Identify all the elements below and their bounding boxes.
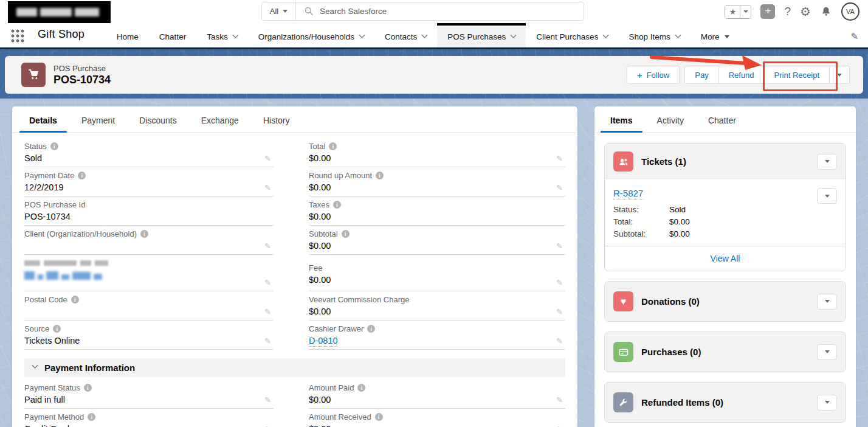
avatar-initials: VA <box>846 8 855 15</box>
search-input[interactable] <box>320 7 584 16</box>
info-icon[interactable]: i <box>84 384 92 392</box>
global-actions-icon[interactable]: + <box>760 4 775 19</box>
edit-pencil-icon[interactable]: ✎ <box>264 395 271 404</box>
info-icon[interactable]: i <box>367 325 375 333</box>
edit-pencil-icon[interactable]: ✎ <box>264 154 271 163</box>
view-all-link[interactable]: View All <box>711 254 740 263</box>
nav-tab-pos-purchases[interactable]: POS Purchases <box>437 23 526 47</box>
tickets-people-icon <box>613 151 633 172</box>
edit-pencil-icon[interactable]: ✎ <box>264 336 271 345</box>
refunded-items-actions-dropdown[interactable] <box>817 395 837 411</box>
company-logo <box>8 1 111 23</box>
nav-tab-client-purchases[interactable]: Client Purchases <box>526 23 618 47</box>
tab-exchange[interactable]: Exchange <box>189 106 251 133</box>
tab-items[interactable]: Items <box>598 106 645 133</box>
favorite-star-icon[interactable]: ★ <box>725 5 740 18</box>
donations-actions-dropdown[interactable] <box>817 294 837 310</box>
info-icon[interactable]: i <box>53 325 61 333</box>
search-scope-selector[interactable]: All <box>262 2 296 20</box>
donations-header[interactable]: ♥ Donations (0) <box>605 282 846 321</box>
tab-history[interactable]: History <box>251 106 302 133</box>
notifications-bell-icon[interactable] <box>820 5 832 18</box>
ticket-subtotal-label: Subtotal: <box>613 229 669 238</box>
refunded-items-wrench-icon <box>613 392 633 412</box>
refunded-items-header[interactable]: Refunded Items (0) <box>605 383 846 422</box>
pay-button[interactable]: Pay <box>685 66 718 83</box>
info-icon[interactable]: i <box>140 230 148 238</box>
redacted-link-value[interactable] <box>24 271 274 285</box>
edit-pencil-icon[interactable]: ✎ <box>264 307 271 316</box>
info-icon[interactable]: i <box>88 413 95 421</box>
nav-tab-more[interactable]: More <box>691 23 740 47</box>
edit-pencil-icon[interactable]: ✎ <box>556 154 563 163</box>
edit-pencil-icon[interactable]: ✎ <box>264 183 271 192</box>
edit-pencil-icon[interactable]: ✎ <box>556 336 563 345</box>
tickets-header[interactable]: Tickets (1) <box>605 144 846 179</box>
logo-redacted-blob <box>16 8 37 16</box>
info-icon[interactable]: i <box>342 230 350 238</box>
nav-tab-home[interactable]: Home <box>106 23 149 47</box>
info-icon[interactable]: i <box>50 142 58 150</box>
cashier-drawer-link[interactable]: D-0810 <box>309 336 338 347</box>
setup-gear-icon[interactable]: ⚙ <box>800 4 811 19</box>
tab-payment[interactable]: Payment <box>69 106 127 133</box>
info-icon[interactable]: i <box>329 142 337 150</box>
field-veevart-commission-charge: Veevart Commission Charge $0.00 ✎ <box>309 291 565 321</box>
chevron-down-icon <box>825 300 830 303</box>
user-avatar[interactable]: VA <box>841 2 859 21</box>
ticket-total-label: Total: <box>613 217 669 226</box>
field-pos-purchase-id: POS Purchase Id POS-10734 <box>24 196 274 226</box>
record-detail-card: Details Payment Discounts Exchange Histo… <box>12 106 577 427</box>
more-actions-dropdown[interactable] <box>829 66 849 83</box>
page-content: Details Payment Discounts Exchange Histo… <box>0 99 868 427</box>
info-icon[interactable]: i <box>333 201 341 209</box>
purchases-header[interactable]: Purchases (0) <box>605 332 846 372</box>
field-payment-status: Payment Statusi Paid in full ✎ <box>24 380 274 409</box>
edit-pencil-icon[interactable]: ✎ <box>556 425 563 427</box>
plus-icon: + <box>637 70 642 80</box>
edit-page-pencil-icon[interactable]: ✎ <box>850 31 858 42</box>
favorites-dropdown[interactable] <box>740 5 751 18</box>
follow-button[interactable]: + Follow <box>627 66 680 84</box>
nav-tab-tasks[interactable]: Tasks <box>196 23 248 47</box>
field-amount-received: Amount Receivedi $0.00 ✎ <box>309 409 565 427</box>
nav-tab-contacts[interactable]: Contacts <box>374 23 437 47</box>
edit-pencil-icon[interactable]: ✎ <box>556 395 563 404</box>
tab-discounts[interactable]: Discounts <box>127 106 188 133</box>
app-launcher-icon[interactable] <box>11 29 24 43</box>
ticket-record: R-5827 Status: Sold Total: $0.00 Subtota… <box>605 179 846 246</box>
tab-details[interactable]: Details <box>17 106 69 133</box>
edit-pencil-icon[interactable]: ✎ <box>556 307 563 316</box>
edit-pencil-icon[interactable]: ✎ <box>264 425 271 427</box>
edit-pencil-icon[interactable]: ✎ <box>264 278 271 287</box>
tab-chatter[interactable]: Chatter <box>696 106 748 133</box>
payment-information-section-header[interactable]: Payment Information <box>24 358 565 377</box>
refund-button[interactable]: Refund <box>718 66 764 83</box>
info-icon[interactable]: i <box>71 296 79 304</box>
help-icon[interactable]: ? <box>784 5 791 18</box>
info-icon[interactable]: i <box>357 384 365 392</box>
tickets-actions-dropdown[interactable] <box>817 154 837 170</box>
chevron-down-icon <box>825 350 830 353</box>
edit-pencil-icon[interactable]: ✎ <box>556 241 563 251</box>
global-search: All <box>261 2 584 21</box>
nav-tab-chatter[interactable]: Chatter <box>149 23 196 47</box>
ticket-row-actions-dropdown[interactable] <box>817 188 837 204</box>
info-icon[interactable]: i <box>78 172 86 179</box>
purchases-actions-dropdown[interactable] <box>817 344 837 360</box>
print-receipt-button[interactable]: Print Receipt <box>764 66 829 83</box>
field-fee: Fee $0.00 ✎ <box>309 255 565 291</box>
edit-pencil-icon[interactable]: ✎ <box>556 183 563 192</box>
nav-tab-shop-items[interactable]: Shop Items <box>618 23 690 47</box>
nav-tab-organizations-households[interactable]: Organizations/Households <box>248 23 374 47</box>
tab-activity[interactable]: Activity <box>645 106 696 133</box>
info-icon[interactable]: i <box>376 172 384 179</box>
pos-purchase-cart-icon <box>21 63 46 87</box>
entity-label: POS Purchase <box>53 64 111 73</box>
edit-pencil-icon[interactable]: ✎ <box>264 241 271 251</box>
ticket-status-value: Sold <box>669 205 837 214</box>
edit-pencil-icon[interactable]: ✎ <box>556 278 563 287</box>
info-icon[interactable]: i <box>375 413 383 421</box>
ticket-record-link[interactable]: R-5827 <box>613 188 643 200</box>
logo-redacted-blob <box>75 8 99 16</box>
